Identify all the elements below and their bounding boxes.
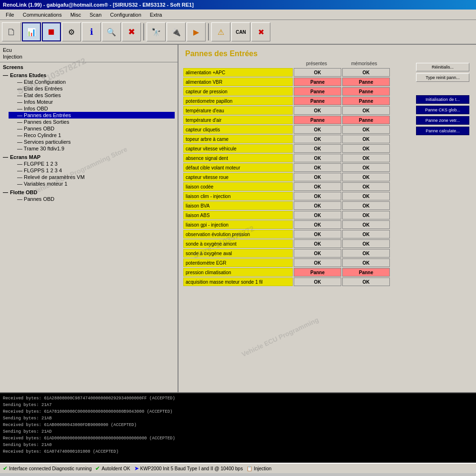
- group-flotte-label: Flotte OBD: [10, 189, 37, 195]
- fault-memorisees-4: OK: [342, 106, 390, 115]
- tree-item-etat-sorties[interactable]: — Etat des Sorties: [9, 92, 175, 99]
- panne-calculate-button[interactable]: Panne calculate...: [416, 127, 469, 135]
- info-button[interactable]: ℹ: [82, 22, 101, 41]
- new-button[interactable]: 🗋: [2, 22, 21, 41]
- fault-row: absence signal dentOKOK: [183, 154, 411, 162]
- fault-label-17: observation évolution pression: [183, 230, 293, 238]
- stop-button[interactable]: ⏹: [42, 22, 61, 41]
- initialisation-button[interactable]: Initialisation de t...: [416, 95, 469, 104]
- chart-button[interactable]: 📊: [22, 22, 41, 41]
- tree-item-flgpps[interactable]: — FLGPPS 1 2 3 4: [9, 167, 175, 174]
- fault-row: pression climatisationPannePanne: [183, 268, 411, 277]
- fault-row: potentiometre papillonPannePanne: [183, 97, 411, 105]
- delete-icon: ✖: [128, 27, 135, 37]
- fault-presentes-17: OK: [294, 230, 341, 238]
- fault-label-3: potentiometre papillon: [183, 97, 293, 105]
- fault-row: liaison ABSOKOK: [183, 211, 411, 219]
- tree-item-reco-cylindre[interactable]: — Reco Cylindre 1: [9, 132, 175, 139]
- right-panel: Pannes des Entrées présentes mémorisées …: [178, 45, 476, 392]
- table-container: présentes mémorisées alimentation +APCOK…: [178, 61, 476, 392]
- fault-presentes-9: OK: [294, 154, 341, 162]
- injection-status-icon: 📋: [247, 466, 252, 471]
- error-icon: ✖: [258, 28, 264, 37]
- binoculars-icon: 🔭: [151, 28, 161, 37]
- fault-presentes-15: OK: [294, 211, 341, 219]
- menu-bar: File Communications Misc Scan Configurat…: [0, 10, 476, 20]
- menu-file[interactable]: File: [2, 11, 18, 19]
- fault-presentes-10: OK: [294, 163, 341, 172]
- tree-item-services-particuliers[interactable]: — Services particuliers: [9, 139, 175, 145]
- menu-misc[interactable]: Misc: [67, 11, 85, 19]
- fault-memorisees-5: Panne: [342, 116, 390, 124]
- tree-item-infos-moteur[interactable]: — Infos Moteur: [9, 99, 175, 105]
- tree-item-etat-config[interactable]: — Etat Configuration: [9, 79, 175, 85]
- reinitialis-button[interactable]: Réinitialis...: [416, 63, 469, 71]
- fault-memorisees-19: OK: [342, 249, 390, 258]
- fault-rows-container: alimentation +APCOKOKalimentation VBRPan…: [183, 68, 411, 286]
- menu-configuration[interactable]: Configuration: [106, 11, 145, 19]
- fault-presentes-21: Panne: [294, 268, 341, 277]
- delete-button[interactable]: ✖: [122, 22, 141, 41]
- panne-zone-button[interactable]: Panne zone vetr...: [416, 116, 469, 125]
- fault-memorisees-11: OK: [342, 173, 390, 181]
- tree-map-items: — FLGPPE 1 2 3 — FLGPPS 1 2 3 4 — Relevé…: [3, 160, 175, 187]
- warning-button[interactable]: ⚠: [211, 22, 230, 41]
- fault-presentes-5: Panne: [294, 116, 341, 124]
- tree-item-pannes-entrees[interactable]: — Pannes des Entrées: [9, 112, 175, 119]
- fault-memorisees-14: OK: [342, 201, 390, 210]
- tree-item-variables-moteur[interactable]: — Variables moteur 1: [9, 180, 175, 187]
- fault-presentes-13: OK: [294, 192, 341, 200]
- th-memorisees: mémorisées: [340, 61, 388, 67]
- tree-item-infos-obd[interactable]: — Infos OBD: [9, 105, 175, 112]
- fault-row: sonde à oxygène amontOKOK: [183, 239, 411, 248]
- tree-item-pannes-sorties[interactable]: — Pannes des Sorties: [9, 119, 175, 125]
- status-autoident-text: AutoIdent OK: [101, 466, 130, 471]
- binoculars-button[interactable]: 🔭: [147, 22, 166, 41]
- tree-item-pannes-obd-flotte[interactable]: — Pannes OBD: [9, 196, 175, 202]
- tree-item-etat-entrees[interactable]: — Etat des Entrées: [9, 85, 175, 92]
- fault-label-16: liaison gpi - injection: [183, 220, 293, 229]
- menu-communications[interactable]: Communications: [19, 11, 66, 19]
- th-presentes: présentes: [293, 61, 340, 67]
- fault-label-6: capteur cliquetis: [183, 125, 293, 134]
- fault-row: topeur arbre à cameOKOK: [183, 135, 411, 143]
- injection-label: Injection: [3, 53, 175, 60]
- arrow-button[interactable]: ▶: [187, 22, 206, 41]
- menu-extra[interactable]: Extra: [146, 11, 166, 19]
- fault-label-12: liaison codée: [183, 182, 293, 191]
- plugin-button[interactable]: 🔌: [167, 22, 186, 41]
- fault-row: observation évolution pressionOKOK: [183, 230, 411, 238]
- fault-label-7: topeur arbre à came: [183, 135, 293, 143]
- fault-label-14: liaison BVA: [183, 201, 293, 210]
- kwp-icon: ➤: [134, 465, 139, 472]
- fault-row: capteur de pressionPannePanne: [183, 87, 411, 96]
- fault-row: liaison clim - injectionOKOK: [183, 192, 411, 200]
- log-line-3: Sending bytes: 21AB: [3, 415, 473, 422]
- fault-memorisees-8: OK: [342, 144, 390, 153]
- fault-memorisees-21: Panne: [342, 268, 390, 277]
- fault-presentes-8: OK: [294, 144, 341, 153]
- group-etudes-label: Ecrans Etudes: [10, 72, 46, 78]
- tree-item-flgppe[interactable]: — FLGPPE 1 2 3: [9, 160, 175, 167]
- tree-item-releve[interactable]: — Relevé de paramètres VM: [9, 174, 175, 180]
- status-autoident: ✔ AutoIdent OK: [95, 465, 130, 472]
- fault-label-18: sonde à oxygène amont: [183, 239, 293, 248]
- log-line-7: Sending bytes: 21A0: [3, 442, 473, 448]
- error-button[interactable]: ✖: [251, 22, 270, 41]
- fault-label-11: capteur vitesse roue: [183, 173, 293, 181]
- fault-memorisees-3: Panne: [342, 97, 390, 105]
- fault-memorisees-16: OK: [342, 220, 390, 229]
- monitor-button[interactable]: 🔍: [102, 22, 121, 41]
- can-icon: CAN: [236, 30, 246, 35]
- info-icon: ℹ: [90, 27, 93, 37]
- type-reinit-button[interactable]: Type reinit pann...: [416, 73, 469, 82]
- tree-item-trame[interactable]: — Trame 30 ftdiv1.9: [9, 145, 175, 152]
- settings-button[interactable]: ⚙: [62, 22, 81, 41]
- fault-presentes-1: Panne: [294, 78, 341, 86]
- screens-title: Screens: [3, 64, 175, 70]
- panne-cks-button[interactable]: Panne CKS glob...: [416, 106, 469, 114]
- menu-scan[interactable]: Scan: [86, 11, 105, 19]
- fault-label-5: température d'air: [183, 116, 293, 124]
- can-button[interactable]: CAN: [231, 22, 250, 41]
- tree-item-pannes-obd[interactable]: — Pannes OBD: [9, 125, 175, 132]
